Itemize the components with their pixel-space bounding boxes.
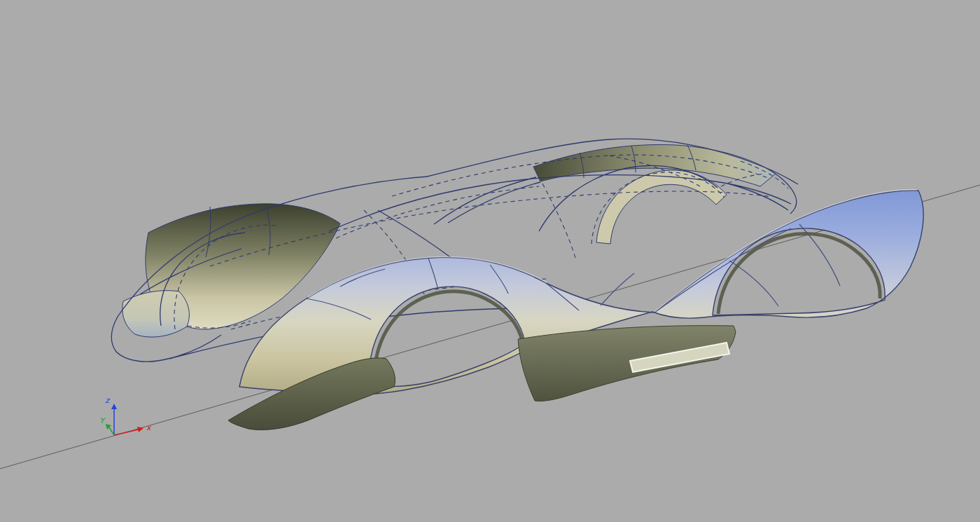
cad-viewport[interactable]: z x Y [0,0,980,522]
viewport-canvas[interactable]: z x Y [0,0,980,522]
